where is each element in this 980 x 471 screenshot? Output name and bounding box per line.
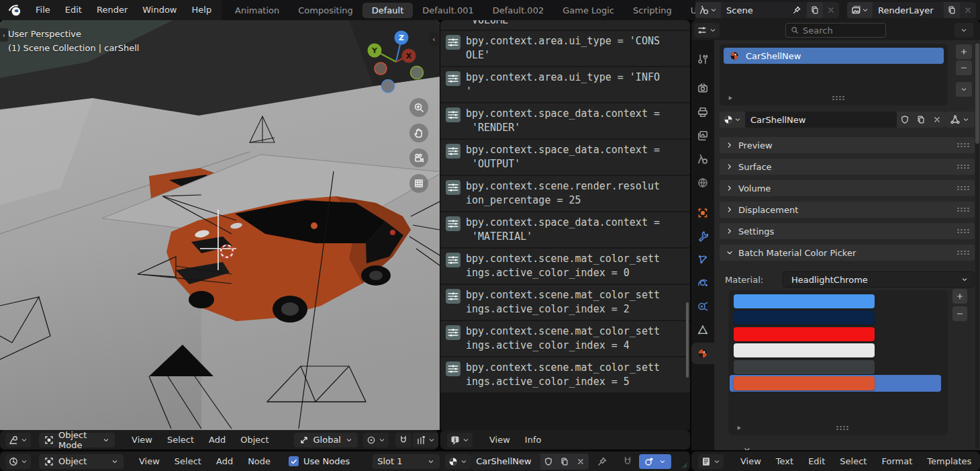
menu-info[interactable]: Info [518, 430, 549, 449]
properties-tab-scene[interactable] [691, 148, 714, 170]
material-name-field[interactable]: CarShellNew [745, 112, 897, 128]
menu-add[interactable]: Add [201, 430, 233, 449]
toolbar-expand-arrow[interactable]: › [0, 28, 8, 42]
grip-dots[interactable] [957, 228, 969, 234]
grip-dots[interactable] [957, 164, 969, 169]
workspace-tab-game-logic[interactable]: Game Logic [553, 3, 624, 18]
pan-button[interactable] [409, 124, 428, 142]
camera-view-button[interactable] [409, 148, 428, 167]
zoom-button[interactable] [409, 98, 428, 117]
log-scrollbar[interactable] [686, 302, 689, 378]
transform-orientation-dropdown[interactable]: Global [294, 433, 358, 447]
properties-tab-particles[interactable] [691, 249, 714, 270]
use-nodes-checkbox[interactable] [289, 456, 299, 466]
properties-tab-tool[interactable] [691, 48, 714, 70]
slot-dropdown[interactable]: Slot 1 [373, 454, 440, 469]
color-swatch[interactable] [734, 310, 875, 325]
properties-search[interactable] [785, 23, 886, 38]
grip-dots[interactable] [957, 185, 969, 191]
material-slot-row[interactable]: CarShellNew [724, 48, 944, 64]
add-color-button[interactable] [952, 289, 967, 304]
panel-surface[interactable]: Surface [720, 159, 975, 175]
menu-file[interactable]: File [28, 0, 58, 20]
properties-tab-object-data[interactable] [691, 319, 714, 341]
pin-icon[interactable] [792, 5, 801, 15]
menu-select[interactable]: Select [832, 452, 874, 471]
menu-view[interactable]: View [733, 452, 769, 471]
color-swatch[interactable] [734, 343, 875, 357]
log-entry[interactable]: bpy.context.scene.render.resolut ion_per… [440, 176, 690, 211]
scene-browse-button[interactable] [695, 2, 721, 18]
grip-dots[interactable] [957, 207, 969, 212]
render-layer-copy-button[interactable] [944, 2, 960, 18]
log-entry[interactable]: bpy.context.space_data.context = 'MATERI… [440, 212, 690, 247]
scene-unlink-button[interactable] [823, 2, 839, 18]
menu-view[interactable]: View [132, 452, 167, 471]
snap-settings-dropdown[interactable] [413, 433, 438, 447]
info-log-panel[interactable]: 'VOLUME'bpy.context.area.ui_type = 'CONS… [440, 20, 690, 430]
scene-name-field[interactable]: Scene [721, 2, 807, 18]
menu-edit[interactable]: Edit [801, 452, 832, 471]
render-layer-unlink-button[interactable] [960, 2, 976, 18]
snap-target-dropdown[interactable] [639, 454, 671, 469]
browse-material-button[interactable] [445, 454, 471, 469]
browse-material-button[interactable] [720, 112, 745, 128]
grip-dots[interactable] [957, 250, 969, 255]
pivot-point-dropdown[interactable] [363, 433, 389, 447]
workspace-tab-uv-e[interactable]: UV E [681, 3, 695, 18]
3d-viewport[interactable]: Z Y X User Perspective (1) Scene Collect… [0, 20, 440, 430]
menu-add[interactable]: Add [209, 452, 240, 471]
magnet-icon[interactable] [622, 456, 634, 468]
grip-dots[interactable] [957, 142, 969, 148]
log-entry[interactable]: bpy.context.scene.mat_color_sett ings.ac… [440, 285, 690, 320]
menu-format[interactable]: Format [874, 452, 920, 471]
copy-material-button[interactable] [556, 454, 573, 470]
material-nodes-button[interactable] [945, 112, 975, 128]
material-dropdown[interactable]: HeadlightChrome [783, 271, 975, 288]
log-entry[interactable]: bpy.context.space_data.context = 'RENDER… [440, 103, 690, 138]
workspace-tab-animation[interactable]: Animation [226, 3, 289, 18]
workspace-tab-scripting[interactable]: Scripting [624, 3, 681, 18]
menu-edit[interactable]: Edit [58, 0, 89, 20]
menu-object[interactable]: Object [233, 430, 276, 449]
color-swatch[interactable] [734, 294, 875, 308]
color-swatch[interactable] [734, 327, 875, 341]
remove-color-button[interactable] [952, 306, 967, 321]
panel-preview[interactable]: Preview [720, 137, 975, 153]
menu-help[interactable]: Help [185, 0, 219, 20]
menu-render[interactable]: Render [89, 0, 135, 20]
filter-options-button[interactable] [954, 23, 973, 38]
panel-settings[interactable]: Settings [720, 223, 975, 239]
expand-triangle-icon[interactable] [735, 424, 743, 432]
remove-slot-button[interactable] [956, 60, 972, 75]
log-entry[interactable]: bpy.context.area.ui_type = 'CONS OLE' [440, 31, 690, 66]
grip-dots[interactable] [832, 95, 844, 101]
use-nodes-toggle[interactable]: Use Nodes [289, 456, 350, 466]
render-layer-name-field[interactable]: RenderLayer [873, 2, 944, 18]
workspace-tab-default[interactable]: Default [362, 3, 413, 18]
panel-batch-material-color-picker[interactable]: Batch Material Color Picker [720, 245, 975, 261]
shader-editor-type-button[interactable] [5, 454, 31, 469]
render-layer-browse-button[interactable] [847, 2, 873, 18]
shader-mode-dropdown[interactable]: Object [39, 454, 124, 469]
workspace-tab-default-001[interactable]: Default.001 [413, 3, 483, 18]
properties-tab-object[interactable] [691, 202, 714, 224]
properties-tab-world[interactable] [691, 172, 714, 194]
properties-scroll-thumb[interactable] [975, 43, 979, 144]
properties-tab-physics[interactable] [691, 272, 714, 294]
panel-volume[interactable]: Volume [720, 180, 975, 196]
properties-tab-modifiers[interactable] [691, 225, 714, 247]
properties-tab-material[interactable] [691, 343, 714, 364]
log-entry[interactable]: bpy.context.area.ui_type = 'INFO ' [440, 67, 690, 102]
log-entry[interactable]: bpy.context.scene.mat_color_sett ings.ac… [440, 249, 690, 284]
panel-displacement[interactable]: Displacement [720, 202, 975, 218]
workspace-tab-default-002[interactable]: Default.002 [483, 3, 553, 18]
search-input[interactable] [803, 26, 870, 36]
expand-triangle-icon[interactable] [726, 94, 734, 102]
menu-select[interactable]: Select [167, 452, 209, 471]
slot-specials-button[interactable] [956, 82, 972, 97]
log-entry[interactable]: 'VOLUME' [440, 20, 690, 30]
snap-toggle-button[interactable] [395, 433, 411, 447]
material-slot-list[interactable]: CarShellNew [720, 44, 948, 105]
mode-dropdown[interactable]: Object Mode [39, 433, 115, 447]
